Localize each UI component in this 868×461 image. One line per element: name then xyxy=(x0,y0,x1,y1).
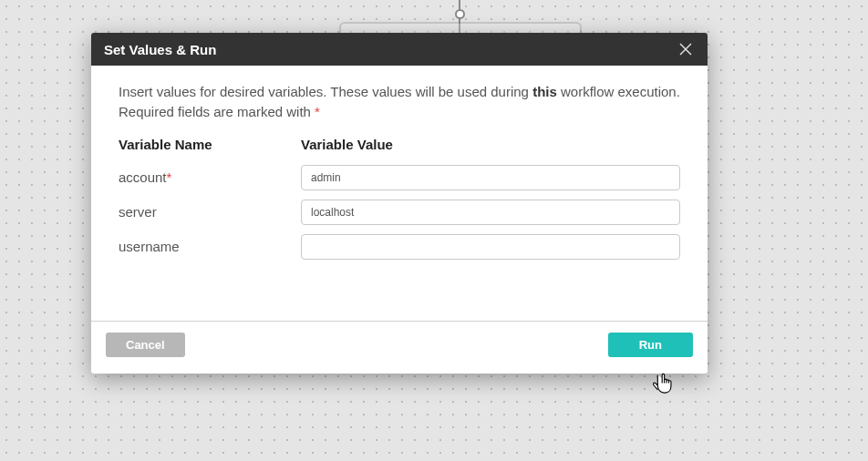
modal-body: Insert values for desired variables. The… xyxy=(91,66,708,321)
variable-value-input[interactable] xyxy=(301,165,680,190)
variables-grid: Variable Name Variable Value account* se… xyxy=(119,137,680,260)
variable-name-label: account xyxy=(119,169,167,185)
modal-title: Set Values & Run xyxy=(104,42,216,57)
run-button[interactable]: Run xyxy=(608,333,693,357)
variable-name: username xyxy=(119,239,301,254)
column-header-value: Variable Value xyxy=(301,137,680,152)
required-mark: * xyxy=(315,104,320,119)
cancel-button[interactable]: Cancel xyxy=(106,333,185,357)
variable-name-label: server xyxy=(119,204,157,220)
close-button[interactable] xyxy=(677,40,695,58)
set-values-modal: Set Values & Run Insert values for desir… xyxy=(91,33,708,374)
variable-name-label: username xyxy=(119,239,180,254)
variable-name: server xyxy=(119,204,301,220)
variable-value-input[interactable] xyxy=(301,234,680,260)
variable-name: account* xyxy=(119,169,301,185)
desc-prefix: Insert values for desired variables. The… xyxy=(119,84,532,99)
modal-header: Set Values & Run xyxy=(91,33,708,66)
column-header-name: Variable Name xyxy=(119,137,301,152)
connector-dot xyxy=(455,9,465,19)
close-icon xyxy=(678,42,693,56)
variable-value-input[interactable] xyxy=(301,200,680,225)
modal-description: Insert values for desired variables. The… xyxy=(119,82,680,122)
desc-bold: this xyxy=(532,84,557,99)
modal-footer: Cancel Run xyxy=(91,321,708,374)
required-mark: * xyxy=(167,169,172,185)
